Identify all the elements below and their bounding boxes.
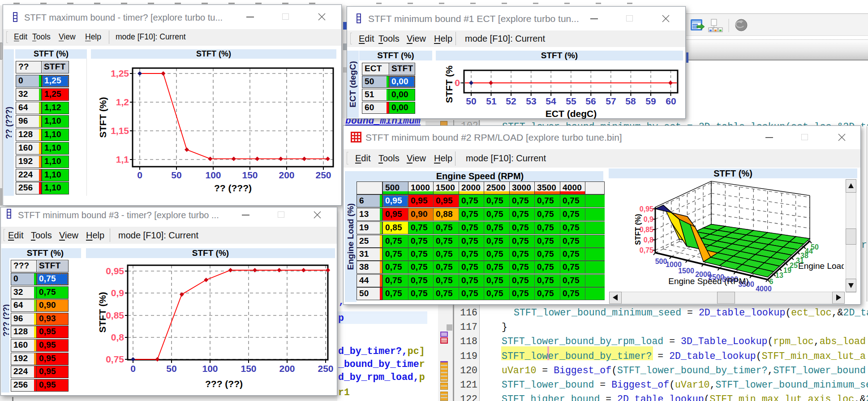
svg-text:1,1: 1,1 xyxy=(116,154,129,164)
svg-text:Engine Speed (RPM): Engine Speed (RPM) xyxy=(668,276,749,286)
svg-text:0,9: 0,9 xyxy=(111,288,124,298)
svg-text:1,15: 1,15 xyxy=(111,125,129,136)
svg-text:250: 250 xyxy=(318,363,333,374)
svg-text:Engine Load (%: Engine Load (% xyxy=(798,261,844,271)
svg-text:53: 53 xyxy=(526,96,536,106)
svg-text:??? (??): ??? (??) xyxy=(205,379,243,389)
svg-text:52: 52 xyxy=(506,96,516,106)
svg-text:STFT (%: STFT (% xyxy=(444,65,454,103)
svg-text:150: 150 xyxy=(242,170,258,180)
svg-text:55: 55 xyxy=(566,96,576,106)
svg-text:ECT (degC): ECT (degC) xyxy=(546,108,597,119)
svg-text:?? (???): ?? (???) xyxy=(214,183,252,193)
svg-text:250: 250 xyxy=(315,170,331,180)
svg-text:100: 100 xyxy=(205,170,221,180)
svg-text:0: 0 xyxy=(130,363,136,374)
svg-text:59: 59 xyxy=(645,96,656,106)
svg-text:1500: 1500 xyxy=(678,267,694,275)
svg-text:57: 57 xyxy=(606,96,616,106)
svg-text:STFT (%): STFT (%) xyxy=(634,214,642,245)
svg-text:150: 150 xyxy=(241,363,256,374)
svg-text:1,25: 1,25 xyxy=(111,68,129,78)
svg-text:0,8: 0,8 xyxy=(111,332,125,342)
svg-text:0,85: 0,85 xyxy=(106,310,124,320)
svg-text:58: 58 xyxy=(625,96,636,106)
svg-text:50: 50 xyxy=(811,243,819,251)
svg-text:6: 6 xyxy=(769,278,773,285)
svg-text:50: 50 xyxy=(166,363,176,374)
svg-text:200: 200 xyxy=(279,363,295,374)
svg-text:0: 0 xyxy=(137,170,142,180)
svg-text:STFT (%): STFT (%) xyxy=(97,292,107,333)
svg-text:0,95: 0,95 xyxy=(640,205,653,213)
svg-text:0,9: 0,9 xyxy=(644,216,653,223)
svg-text:0,95: 0,95 xyxy=(106,266,124,276)
svg-text:50: 50 xyxy=(466,96,476,106)
svg-text:100: 100 xyxy=(202,363,218,374)
svg-text:0: 0 xyxy=(455,78,460,88)
svg-text:51: 51 xyxy=(486,96,497,106)
svg-text:50: 50 xyxy=(171,170,181,180)
svg-text:60: 60 xyxy=(666,96,676,106)
svg-text:STFT (%): STFT (%) xyxy=(98,97,108,138)
svg-text:0,75: 0,75 xyxy=(640,246,653,254)
svg-text:54: 54 xyxy=(546,96,556,106)
svg-text:1,2: 1,2 xyxy=(116,97,129,107)
svg-text:13: 13 xyxy=(775,272,783,279)
svg-text:200: 200 xyxy=(279,170,294,180)
svg-text:0,75: 0,75 xyxy=(106,354,124,364)
svg-text:0,8: 0,8 xyxy=(644,236,653,244)
svg-text:56: 56 xyxy=(585,96,596,106)
